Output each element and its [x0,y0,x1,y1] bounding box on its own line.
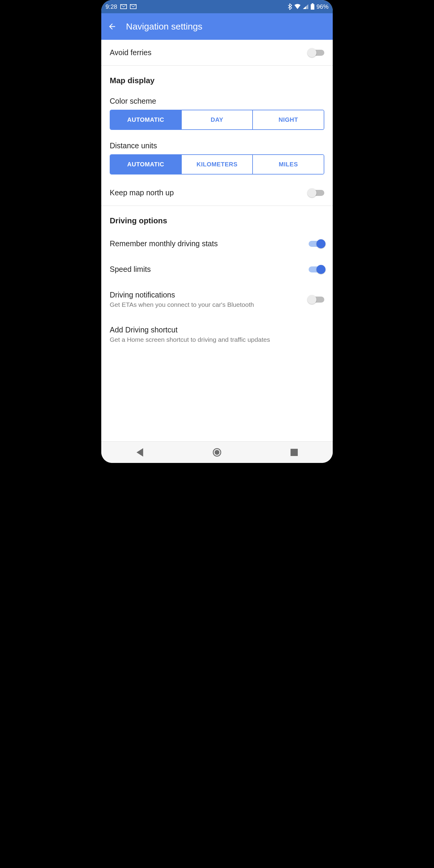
svg-rect-1 [312,3,313,4]
speed-limits-label: Speed limits [110,265,303,274]
color-scheme-segmented: AUTOMATIC DAY NIGHT [110,110,324,130]
distance-units-segmented: AUTOMATIC KILOMETERS MILES [110,154,324,175]
driving-notifications-row[interactable]: Driving notifications Get ETAs when you … [101,282,333,317]
distance-units-miles[interactable]: MILES [252,155,324,174]
driving-notifications-sub: Get ETAs when you connect to your car's … [110,301,303,309]
device-frame: 9:28 96% Navigation settings [101,0,333,463]
nav-home-button[interactable] [208,443,226,461]
circle-home-icon [213,448,221,457]
status-battery-pct: 96% [316,3,329,10]
mail-icon [120,4,127,9]
arrow-left-icon [107,22,117,31]
battery-icon [310,3,315,10]
driving-notifications-label: Driving notifications [110,290,303,299]
add-driving-shortcut-row[interactable]: Add Driving shortcut Get a Home screen s… [101,317,333,352]
status-right: 96% [287,3,329,10]
status-time: 9:28 [105,3,117,10]
remember-stats-switch[interactable] [309,241,324,247]
avoid-ferries-label: Avoid ferries [110,48,303,57]
speed-limits-row[interactable]: Speed limits [101,256,333,282]
triangle-back-icon [136,448,143,457]
color-scheme-automatic[interactable]: AUTOMATIC [110,110,181,129]
remember-stats-row[interactable]: Remember monthly driving stats [101,231,333,256]
svg-rect-0 [311,4,314,10]
color-scheme-day[interactable]: DAY [181,110,253,129]
keep-north-up-switch[interactable] [309,190,324,196]
settings-content[interactable]: Avoid ferries Map display Color scheme A… [101,40,333,441]
cell-signal-icon [303,4,309,9]
square-recent-icon [290,449,298,456]
speed-limits-switch[interactable] [309,267,324,273]
section-map-display: Map display [101,66,333,91]
avoid-ferries-row[interactable]: Avoid ferries [101,40,333,65]
nav-back-button[interactable] [131,443,149,461]
add-driving-shortcut-sub: Get a Home screen shortcut to driving an… [110,336,318,344]
driving-notifications-switch[interactable] [309,297,324,303]
back-button[interactable] [107,21,118,32]
nav-recent-button[interactable] [285,443,303,461]
status-left: 9:28 [105,3,136,10]
mail-icon [130,4,136,9]
distance-units-automatic[interactable]: AUTOMATIC [110,155,181,174]
app-bar: Navigation settings [101,13,333,40]
color-scheme-night[interactable]: NIGHT [252,110,324,129]
wifi-icon [294,4,301,9]
page-title: Navigation settings [126,22,202,32]
color-scheme-label: Color scheme [101,91,333,110]
keep-north-up-label: Keep map north up [110,188,303,197]
distance-units-label: Distance units [101,135,333,154]
system-nav-bar [101,441,333,463]
keep-north-up-row[interactable]: Keep map north up [101,180,333,206]
bluetooth-icon [287,3,292,10]
add-driving-shortcut-label: Add Driving shortcut [110,326,318,334]
distance-units-kilometers[interactable]: KILOMETERS [181,155,253,174]
section-driving-options: Driving options [101,206,333,231]
status-bar: 9:28 96% [101,0,333,13]
avoid-ferries-switch[interactable] [309,50,324,56]
remember-stats-label: Remember monthly driving stats [110,239,303,248]
